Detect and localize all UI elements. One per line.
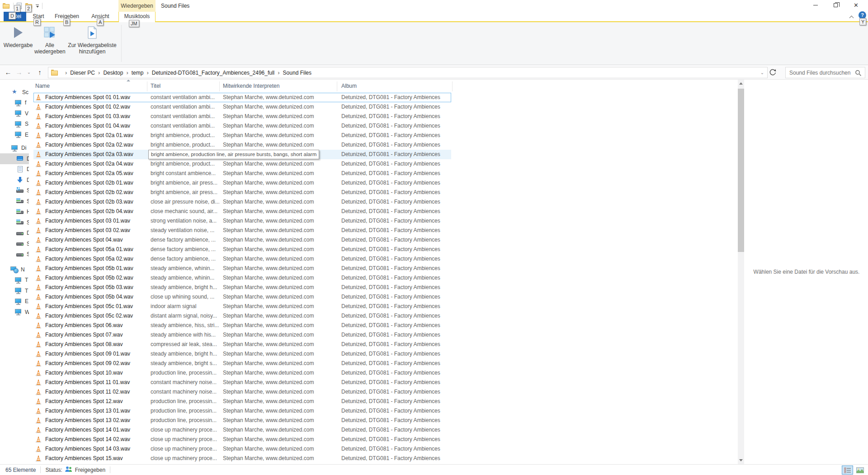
file-row[interactable]: Factory Ambiences Spot 02b 01.wav bright… (33, 178, 451, 188)
file-row[interactable]: Factory Ambiences Spot 02b 03.wav close … (33, 197, 451, 207)
file-row[interactable]: Factory Ambiences Spot 12.wav production… (33, 397, 451, 406)
file-row[interactable]: Factory Ambiences Spot 05b 02.wav steady… (33, 273, 451, 283)
file-row[interactable]: Factory Ambiences Spot 09 01.wav steady … (33, 349, 451, 359)
column-header-name[interactable]: Name (35, 82, 50, 90)
sidebar-item[interactable]: T (0, 275, 29, 286)
sidebar-item[interactable]: S (0, 238, 29, 249)
play-all-button[interactable]: Alle wiedergeben (34, 25, 65, 55)
file-row[interactable]: Factory Ambiences Spot 02a 04.wav bright… (33, 159, 451, 169)
up-icon[interactable]: ↑ (34, 66, 45, 80)
file-row[interactable]: Factory Ambiences Spot 05b 04.wav close … (33, 292, 451, 302)
breadcrumb-separator-icon[interactable]: › (146, 69, 148, 76)
file-row[interactable]: Factory Ambiences Spot 02a 01.wav bright… (33, 131, 451, 140)
file-row[interactable]: Factory Ambiences Spot 05c 02.wav distan… (33, 311, 451, 321)
file-row[interactable]: Factory Ambiences Spot 04.wav dense fact… (33, 235, 451, 245)
back-icon[interactable]: ← (3, 66, 14, 80)
sidebar-item[interactable]: S (0, 185, 29, 196)
scrollbar-thumb[interactable] (738, 89, 744, 252)
search-input[interactable]: Sound Files durchsuchen (785, 67, 865, 78)
recent-locations-chevron-icon[interactable]: ⌄ (25, 66, 33, 80)
close-button[interactable]: ✕ (846, 0, 866, 10)
file-row[interactable]: Factory Ambiences Spot 14 03.wav close u… (33, 444, 451, 454)
file-row[interactable]: Factory Ambiences Spot 06.wav steady amb… (33, 321, 451, 330)
breadcrumb-item[interactable]: Desktop (103, 70, 123, 76)
file-row[interactable]: Factory Ambiences Spot 05b 01.wav steady… (33, 264, 451, 273)
file-row[interactable]: Factory Ambiences Spot 14 01.wav close u… (33, 425, 451, 435)
file-row[interactable]: Factory Ambiences Spot 05a 02.wav dense … (33, 254, 451, 264)
sidebar-item[interactable]: S (0, 119, 29, 130)
column-divider[interactable] (219, 81, 220, 91)
restore-button[interactable] (826, 0, 846, 10)
scroll-up-icon[interactable] (739, 82, 743, 85)
play-button[interactable]: Wiedergabe (2, 25, 34, 48)
file-row[interactable]: Factory Ambiences Spot 11 01.wav constan… (33, 378, 451, 387)
file-row[interactable]: Factory Ambiences Spot 05b 03.wav steady… (33, 283, 451, 292)
sidebar-item[interactable]: S (0, 249, 29, 260)
file-row[interactable]: Factory Ambiences Spot 11 02.wav constan… (33, 387, 451, 397)
column-header-title[interactable]: Titel (151, 82, 160, 90)
file-row[interactable]: Factory Ambiences Spot 09 02.wav steady … (33, 359, 451, 368)
sidebar-item[interactable]: T (0, 285, 29, 296)
file-row[interactable]: Factory Ambiences Spot 02a 05.wav bright… (33, 169, 451, 178)
sidebar-item[interactable]: S (0, 196, 29, 207)
refresh-icon[interactable] (769, 68, 778, 77)
file-row[interactable]: Factory Ambiences Spot 13 01.wav product… (33, 406, 451, 416)
breadcrumb-item[interactable]: Sound Files (283, 70, 311, 76)
sidebar-item[interactable]: N (0, 264, 29, 275)
file-row[interactable]: Factory Ambiences Spot 15.wav close up m… (33, 454, 451, 463)
details-view-button[interactable] (842, 466, 853, 475)
sidebar-item[interactable]: f (0, 98, 29, 109)
file-row[interactable]: Factory Ambiences Spot 01 03.wav constan… (33, 112, 451, 121)
sidebar-item[interactable]: H (0, 207, 29, 218)
file-row[interactable]: Factory Ambiences Spot 01 04.wav constan… (33, 121, 451, 131)
file-row[interactable]: Factory Ambiences Spot 02a 02.wav bright… (33, 140, 451, 150)
minimize-button[interactable] (805, 0, 826, 10)
file-row[interactable]: Factory Ambiences Spot 13 02.wav product… (33, 416, 451, 425)
file-row[interactable]: Factory Ambiences Spot 14 02.wav close u… (33, 435, 451, 444)
address-dropdown-icon[interactable]: ⌄ (758, 67, 767, 78)
sidebar-item[interactable]: Di (0, 143, 29, 154)
collapse-ribbon-icon[interactable] (849, 15, 854, 19)
column-header-artist[interactable]: Mitwirkende Interpreten (223, 82, 279, 90)
sidebar-item[interactable]: D (0, 153, 29, 164)
breadcrumb-separator-icon[interactable]: › (126, 69, 128, 76)
column-divider[interactable] (147, 81, 147, 91)
breadcrumb-item[interactable]: Dieser PC (70, 70, 95, 76)
file-row[interactable]: Factory Ambiences Spot 02b 04.wav close … (33, 207, 451, 216)
file-row[interactable]: Factory Ambiences Spot 05c 01.wav indoor… (33, 302, 451, 311)
sidebar-item[interactable]: S (0, 217, 29, 228)
breadcrumb-separator-icon[interactable]: › (98, 69, 100, 76)
vertical-scrollbar[interactable] (738, 80, 744, 464)
file-row[interactable]: Factory Ambiences Spot 07.wav steady amb… (33, 330, 451, 340)
file-row[interactable]: Factory Ambiences Spot 10.wav production… (33, 368, 451, 378)
qat-customize-dropdown-icon[interactable] (36, 5, 39, 8)
file-row[interactable]: Factory Ambiences Spot 08.wav compressed… (33, 340, 451, 349)
file-row[interactable]: Factory Ambiences Spot 05a 01.wav dense … (33, 245, 451, 254)
file-row[interactable]: Factory Ambiences Spot 02b 02.wav bright… (33, 188, 451, 197)
forward-icon[interactable]: → (14, 66, 24, 80)
file-row[interactable]: Factory Ambiences Spot 03 02.wav steady … (33, 226, 451, 235)
sidebar-item[interactable]: E (0, 296, 29, 307)
column-divider[interactable] (337, 81, 337, 91)
sidebar-item[interactable]: E (0, 129, 29, 140)
sidebar-item[interactable]: D (0, 228, 29, 239)
breadcrumb-item[interactable]: Detunized-DTG081_Factory_Ambiences_2496_… (152, 70, 274, 76)
breadcrumb-separator-icon[interactable]: › (278, 69, 279, 76)
breadcrumb-item[interactable]: temp (132, 70, 144, 76)
column-header-album[interactable]: Album (341, 82, 357, 90)
sidebar-item[interactable]: D (0, 175, 29, 185)
sidebar-item[interactable]: D (0, 164, 29, 175)
sidebar-item[interactable]: W (0, 307, 29, 318)
add-to-playlist-button[interactable]: Zur Wiedergabeliste hinzufügen (66, 25, 118, 55)
thumbnails-view-button[interactable] (854, 466, 866, 475)
sidebar-item[interactable]: V (0, 108, 29, 119)
search-icon[interactable] (855, 70, 862, 78)
file-row[interactable]: Factory Ambiences Spot 01 02.wav constan… (33, 102, 451, 112)
file-row[interactable]: Factory Ambiences Spot 03 01.wav strong … (33, 216, 451, 226)
contextual-tab-header[interactable]: Wiedergeben (118, 0, 156, 12)
column-divider[interactable] (452, 81, 453, 91)
sidebar-item[interactable]: Sc (0, 87, 29, 98)
address-bar[interactable]: › Dieser PC›Desktop›temp›Detunized-DTG08… (48, 67, 768, 78)
scroll-down-icon[interactable] (739, 459, 743, 461)
file-row[interactable]: Factory Ambiences Spot 01 01.wav constan… (33, 93, 451, 102)
